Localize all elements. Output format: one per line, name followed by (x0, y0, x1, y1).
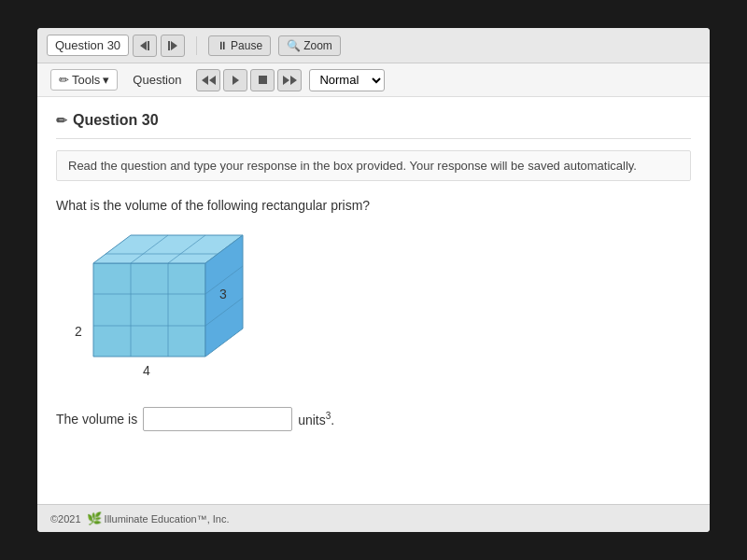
brand-name: Illuminate Education™, Inc. (105, 513, 230, 525)
rewind-button[interactable] (196, 69, 220, 91)
toolbar: ✏ Tools ▾ Question (37, 63, 710, 97)
speed-select[interactable]: Normal Large X-Large (309, 69, 385, 91)
svg-text:4: 4 (143, 363, 150, 378)
pencil-icon: ✏ (59, 73, 69, 87)
question-text: What is the volume of the following rect… (56, 198, 691, 213)
question-tab[interactable]: Question (125, 70, 189, 90)
answer-row: The volume is units3. (56, 407, 691, 431)
title-pencil-icon: ✏ (56, 113, 67, 128)
prism-svg: 3 4 2 (56, 226, 252, 385)
pause-icon: ⏸ (217, 39, 228, 52)
app-screen: Question 30 ⏸ Pause 🔍 Zoom (37, 28, 710, 532)
svg-text:3: 3 (219, 287, 227, 301)
question-title: ✏ Question 30 (56, 112, 691, 139)
separator (196, 36, 197, 55)
playback-controls (196, 69, 302, 91)
stop-button[interactable] (250, 69, 275, 91)
pause-button[interactable]: ⏸ Pause (208, 35, 271, 56)
answer-prefix: The volume is (56, 412, 137, 427)
dropdown-arrow: ▾ (103, 73, 109, 87)
fast-forward-btn[interactable] (277, 69, 302, 91)
prism-diagram: 3 4 2 (56, 226, 261, 388)
leaf-icon: 🌿 (87, 511, 102, 525)
volume-input[interactable] (143, 407, 292, 431)
play-button[interactable] (223, 69, 247, 91)
zoom-icon: 🔍 (287, 39, 301, 52)
fast-back-button[interactable] (133, 35, 157, 57)
top-bar: Question 30 ⏸ Pause 🔍 Zoom (37, 28, 710, 63)
units-label: units3. (298, 411, 334, 427)
main-content: ✏ Question 30 Read the question and type… (37, 97, 710, 504)
tools-button[interactable]: ✏ Tools ▾ (50, 69, 118, 91)
instruction-box: Read the question and type your response… (56, 150, 691, 181)
top-bar-left: Question 30 (47, 35, 185, 57)
question-nav-label: Question 30 (47, 35, 129, 56)
svg-text:2: 2 (75, 324, 82, 339)
footer: ©2021 🌿 Illuminate Education™, Inc. (37, 504, 710, 532)
zoom-button[interactable]: 🔍 Zoom (278, 35, 341, 56)
fast-forward-button[interactable] (161, 35, 185, 57)
brand-logo: 🌿 Illuminate Education™, Inc. (87, 511, 230, 525)
copyright: ©2021 (50, 513, 81, 525)
svg-marker-0 (93, 263, 205, 357)
